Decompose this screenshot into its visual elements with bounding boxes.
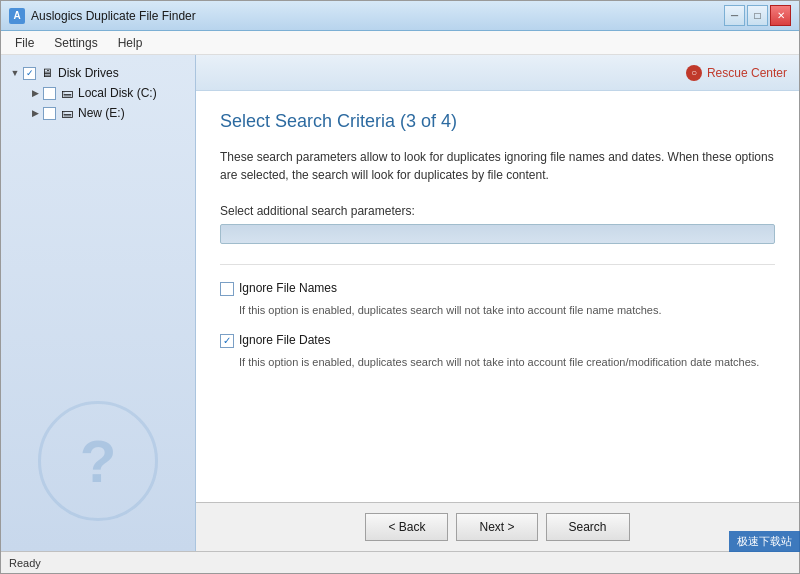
local-disk-icon: 🖴 xyxy=(59,85,75,101)
menu-file[interactable]: File xyxy=(5,34,44,52)
section-label: Select additional search parameters: xyxy=(220,204,775,218)
search-button[interactable]: Search xyxy=(546,513,630,541)
rescue-center-label: Rescue Center xyxy=(707,66,787,80)
tree-children: ▶ 🖴 Local Disk (C:) ▶ 🖴 New (E:) xyxy=(25,83,191,123)
footer-buttons: < Back Next > Search xyxy=(196,502,799,551)
expander-local-disk[interactable]: ▶ xyxy=(29,87,41,99)
sidebar: ▼ ✓ 🖥 Disk Drives ▶ 🖴 Local Disk (C:) ▶ … xyxy=(1,55,196,551)
next-button[interactable]: Next > xyxy=(456,513,537,541)
title-bar-buttons: ─ □ ✕ xyxy=(724,5,791,26)
status-text: Ready xyxy=(9,557,41,569)
local-disk-label: Local Disk (C:) xyxy=(78,86,157,100)
new-e-icon: 🖴 xyxy=(59,105,75,121)
back-button[interactable]: < Back xyxy=(365,513,448,541)
tree-item-new-e[interactable]: ▶ 🖴 New (E:) xyxy=(25,103,191,123)
menu-settings[interactable]: Settings xyxy=(44,34,107,52)
watermark-badge: 极速下载站 xyxy=(729,531,800,552)
maximize-button[interactable]: □ xyxy=(747,5,768,26)
checkbox-local-disk[interactable] xyxy=(43,87,56,100)
disk-drives-icon: 🖥 xyxy=(39,65,55,81)
option-label-ignore-dates: Ignore File Dates xyxy=(239,333,330,347)
content-body: Select Search Criteria (3 of 4) These se… xyxy=(196,91,799,502)
option-row-ignore-names: Ignore File Names xyxy=(220,281,775,296)
title-bar-text: Auslogics Duplicate File Finder xyxy=(31,9,724,23)
status-bar: Ready xyxy=(1,551,799,573)
minimize-button[interactable]: ─ xyxy=(724,5,745,26)
checkbox-new-e[interactable] xyxy=(43,107,56,120)
app-icon: A xyxy=(9,8,25,24)
title-bar: A Auslogics Duplicate File Finder ─ □ ✕ xyxy=(1,1,799,31)
page-description: These search parameters allow to look fo… xyxy=(220,148,775,184)
checkbox-ignore-names[interactable] xyxy=(220,282,234,296)
menu-help[interactable]: Help xyxy=(108,34,153,52)
divider xyxy=(220,264,775,265)
expander-new-e[interactable]: ▶ xyxy=(29,107,41,119)
rescue-center-icon: ○ xyxy=(686,65,702,81)
menu-bar: File Settings Help xyxy=(1,31,799,55)
badge-text: 极速下载站 xyxy=(737,534,792,549)
content-area: ○ Rescue Center Select Search Criteria (… xyxy=(196,55,799,551)
page-title: Select Search Criteria (3 of 4) xyxy=(220,111,775,132)
checkbox-ignore-dates[interactable] xyxy=(220,334,234,348)
tree-root-disk-drives[interactable]: ▼ ✓ 🖥 Disk Drives xyxy=(5,63,191,83)
progress-bar-container xyxy=(220,224,775,244)
option-description-ignore-dates: If this option is enabled, duplicates se… xyxy=(239,354,775,371)
checkbox-disk-drives[interactable]: ✓ xyxy=(23,67,36,80)
sidebar-watermark: ? xyxy=(38,401,158,521)
close-button[interactable]: ✕ xyxy=(770,5,791,26)
tree-item-local-disk[interactable]: ▶ 🖴 Local Disk (C:) xyxy=(25,83,191,103)
main-area: ▼ ✓ 🖥 Disk Drives ▶ 🖴 Local Disk (C:) ▶ … xyxy=(1,55,799,551)
option-row-ignore-dates: Ignore File Dates xyxy=(220,333,775,348)
new-e-label: New (E:) xyxy=(78,106,125,120)
disk-drives-label: Disk Drives xyxy=(58,66,119,80)
content-header: ○ Rescue Center xyxy=(196,55,799,91)
option-description-ignore-names: If this option is enabled, duplicates se… xyxy=(239,302,775,319)
expander-disk-drives[interactable]: ▼ xyxy=(9,67,21,79)
option-label-ignore-names: Ignore File Names xyxy=(239,281,337,295)
rescue-center-button[interactable]: ○ Rescue Center xyxy=(686,65,787,81)
